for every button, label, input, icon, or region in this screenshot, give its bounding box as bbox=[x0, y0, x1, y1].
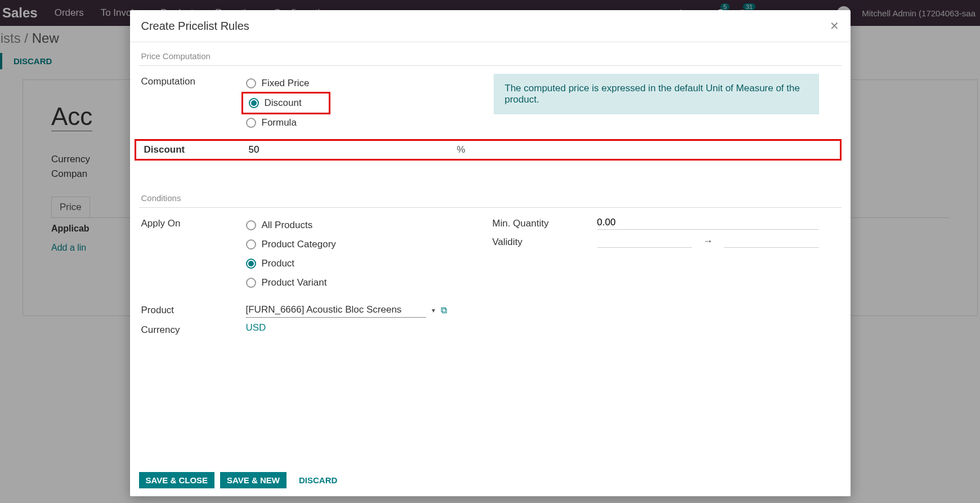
radio-fixed-price[interactable]: Fixed Price bbox=[246, 74, 468, 93]
radio-product[interactable]: Product bbox=[246, 254, 468, 273]
radio-formula[interactable]: Formula bbox=[246, 113, 468, 132]
radio-icon bbox=[246, 239, 256, 250]
modal-body: Price Computation Computation Fixed Pric… bbox=[130, 42, 851, 316]
product-label: Product bbox=[139, 302, 246, 316]
modal-header: Create Pricelist Rules ✕ bbox=[130, 10, 851, 42]
section-price-computation: Price Computation bbox=[139, 46, 842, 65]
discount-label: Discount bbox=[142, 144, 249, 155]
modal-title: Create Pricelist Rules bbox=[141, 20, 830, 33]
chevron-down-icon[interactable]: ▾ bbox=[432, 306, 435, 314]
radio-icon bbox=[246, 118, 256, 128]
validity-end-input[interactable] bbox=[724, 234, 819, 248]
min-quantity-label: Min. Quantity bbox=[490, 216, 597, 229]
external-link-icon[interactable]: ⧉ bbox=[441, 305, 447, 315]
radio-icon bbox=[246, 78, 256, 88]
highlight-discount-radio: Discount bbox=[241, 92, 330, 114]
computation-label: Computation bbox=[139, 74, 246, 87]
discount-input[interactable] bbox=[249, 144, 453, 155]
validity-label: Validity bbox=[490, 234, 597, 248]
close-icon[interactable]: ✕ bbox=[830, 19, 839, 33]
highlight-discount-row: Discount % bbox=[135, 139, 842, 161]
radio-icon bbox=[246, 220, 256, 230]
radio-all-products[interactable]: All Products bbox=[246, 216, 468, 235]
product-input[interactable] bbox=[246, 302, 426, 316]
validity-start-input[interactable] bbox=[597, 234, 692, 248]
radio-icon bbox=[249, 98, 259, 108]
radio-icon bbox=[246, 278, 256, 288]
radio-product-category[interactable]: Product Category bbox=[246, 235, 468, 254]
apply-on-label: Apply On bbox=[139, 216, 246, 229]
info-box: The computed price is expressed in the d… bbox=[494, 74, 819, 114]
discount-suffix: % bbox=[457, 144, 465, 155]
radio-product-variant[interactable]: Product Variant bbox=[246, 273, 468, 292]
radio-discount[interactable]: Discount bbox=[248, 95, 324, 112]
create-pricelist-rules-modal: Create Pricelist Rules ✕ Price Computati… bbox=[130, 10, 851, 316]
arrow-right-icon: → bbox=[703, 235, 713, 247]
min-quantity-input[interactable] bbox=[597, 217, 819, 228]
section-conditions: Conditions bbox=[139, 165, 842, 207]
radio-icon bbox=[246, 259, 256, 269]
